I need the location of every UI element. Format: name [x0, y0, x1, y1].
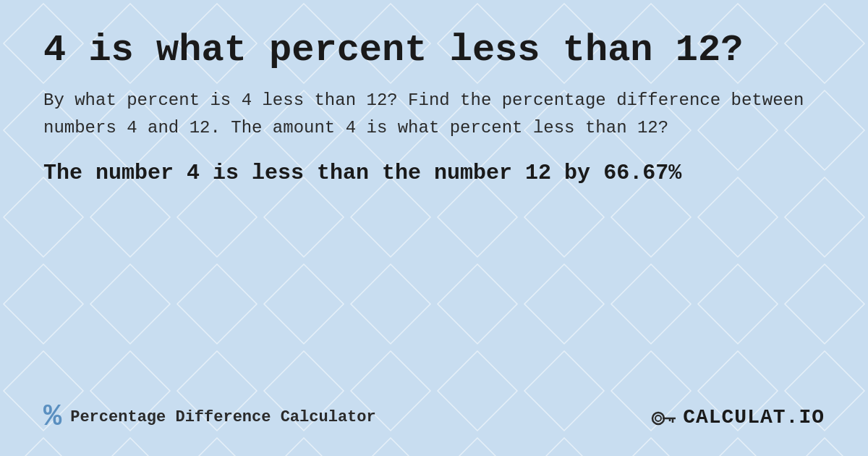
logo-text: CALCULAT.IO	[683, 406, 825, 428]
logo-area: CALCULAT.IO	[648, 402, 825, 431]
footer-left: % Percentage Difference Calculator	[43, 400, 376, 434]
page-title: 4 is what percent less than 12?	[43, 29, 825, 72]
svg-point-4	[655, 415, 661, 421]
footer-label: Percentage Difference Calculator	[70, 408, 375, 426]
result-paragraph: The number 4 is less than the number 12 …	[43, 157, 825, 190]
description-paragraph: By what percent is 4 less than 12? Find …	[43, 87, 825, 143]
footer: % Percentage Difference Calculator CALCU…	[43, 389, 825, 434]
calculator-icon	[648, 402, 677, 431]
svg-point-3	[652, 413, 664, 424]
percent-icon: %	[43, 400, 61, 434]
